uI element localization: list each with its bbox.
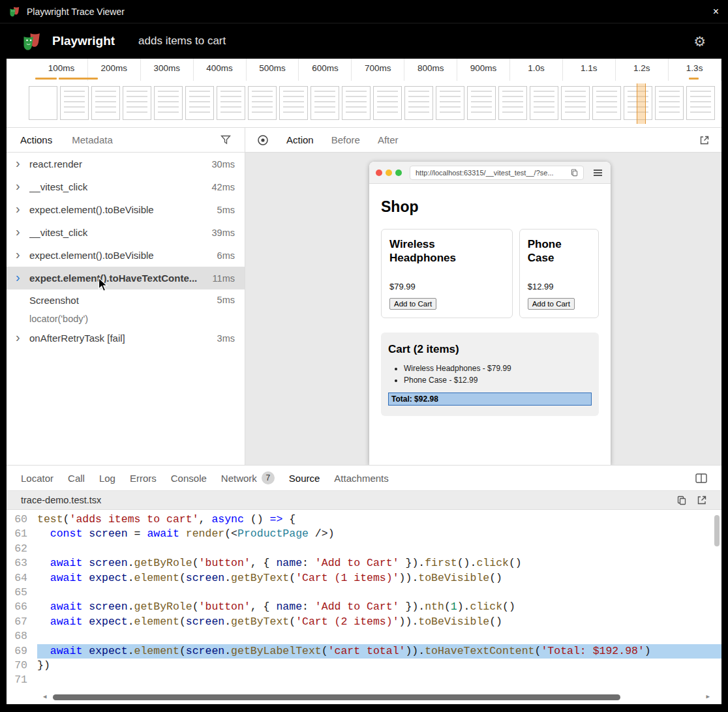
action-duration: 6ms (217, 250, 235, 261)
tab-locator[interactable]: Locator (21, 466, 61, 490)
scrollbar-track[interactable] (50, 694, 702, 700)
filter-icon[interactable] (220, 135, 231, 145)
action-item-expect-tobevisible[interactable]: › expect.element().toBeVisible 5ms (7, 198, 245, 221)
copy-icon[interactable] (677, 496, 686, 505)
trace-viewer-window: Playwright Trace Viewer × Playwright add… (0, 0, 728, 712)
code-text (37, 673, 721, 687)
chevron-right-icon[interactable]: › (16, 179, 29, 194)
chevron-right-icon[interactable]: › (16, 331, 29, 346)
product-cards: Wireless Headphones $79.99 Add to Cart P… (381, 229, 599, 318)
add-to-cart-button[interactable]: Add to Cart (389, 298, 436, 310)
timeline-thumbnail[interactable] (123, 86, 151, 120)
tab-after[interactable]: After (378, 134, 399, 145)
snapshot-browser-window: http://localhost:63315/__vitest_test__/?… (369, 162, 611, 465)
snapshot-page: Shop Wireless Headphones $79.99 Add to C… (369, 184, 611, 465)
url-text: http://localhost:63315/__vitest_test__/?… (416, 169, 567, 177)
toggle-split-view-icon[interactable] (695, 473, 707, 483)
actions-panel-tabbar: Actions Metadata (7, 128, 245, 153)
tab-console[interactable]: Console (164, 466, 214, 490)
scrollbar-thumb[interactable] (53, 694, 620, 700)
code-line: 68 (7, 629, 721, 644)
tab-metadata[interactable]: Metadata (72, 134, 113, 145)
scroll-right-icon[interactable]: ▶ (706, 694, 710, 700)
code-line: 61 const screen = await render(<ProductP… (7, 527, 721, 541)
timeline-thumbnail[interactable] (686, 86, 715, 120)
window-titlebar: Playwright Trace Viewer × (0, 0, 728, 23)
action-label: __vitest_click (29, 181, 207, 192)
timeline-thumbnail[interactable] (592, 86, 621, 120)
tab-actions[interactable]: Actions (20, 134, 52, 145)
timeline-thumbnail[interactable] (342, 86, 371, 120)
timeline-thumbnail[interactable] (311, 86, 339, 120)
app-name: Playwright (52, 34, 115, 48)
line-number: 65 (7, 586, 37, 600)
scroll-left-icon[interactable]: ◀ (43, 694, 46, 700)
tab-network[interactable]: Network 7 (214, 466, 282, 490)
chevron-right-icon[interactable]: › (16, 225, 29, 240)
vertical-scrollbar[interactable] (714, 515, 720, 546)
action-item-expect-tohavetextcontent-selected[interactable]: › expect.element().toHaveTextConte... 11… (7, 267, 245, 289)
action-item-vitest-click[interactable]: › __vitest_click 39ms (7, 221, 245, 244)
timeline-thumbnail[interactable] (185, 86, 214, 120)
code-text: await screen.getByRole('button', { name:… (37, 600, 721, 614)
action-item-expect-tobevisible[interactable]: › expect.element().toBeVisible 6ms (7, 244, 245, 267)
timeline-thumbnail[interactable] (561, 86, 590, 120)
action-item-vitest-click[interactable]: › __vitest_click 42ms (7, 175, 245, 198)
timeline-thumbnail[interactable] (373, 86, 402, 120)
tab-label: Source (289, 473, 320, 484)
code-line: 63 await screen.getByRole('button', { na… (7, 556, 721, 571)
tab-call[interactable]: Call (61, 466, 92, 490)
timeline-thumbnail[interactable] (436, 86, 464, 120)
horizontal-scrollbar[interactable]: ◀ ▶ (43, 693, 710, 701)
snapshot-panel: Action Before After http:// (245, 128, 721, 465)
timeline-thumbnail[interactable] (91, 86, 120, 120)
tab-errors[interactable]: Errors (123, 466, 164, 490)
window-close-button[interactable]: × (713, 6, 719, 18)
line-number: 66 (7, 600, 37, 614)
chevron-right-icon[interactable]: › (16, 202, 29, 217)
traffic-light-yellow-icon (386, 170, 392, 176)
timeline-thumbnail[interactable] (60, 86, 89, 120)
line-number: 64 (7, 571, 37, 586)
playwright-logo-icon (9, 6, 20, 17)
timeline-thumbnail[interactable] (279, 86, 308, 120)
main-content: 100ms200ms300ms400ms500ms600ms700ms800ms… (7, 59, 721, 704)
main-split: Actions Metadata › react.render 30ms › _… (7, 128, 721, 466)
cart-item: Wireless Headphones - $79.99 (404, 364, 592, 373)
action-item-react-render[interactable]: › react.render 30ms (7, 153, 245, 175)
timeline-thumbnail[interactable] (655, 86, 684, 120)
timeline-thumbnail[interactable] (467, 86, 496, 120)
timeline-thumbnail[interactable] (154, 86, 183, 120)
timeline-thumbnail[interactable] (29, 86, 57, 120)
app-header: Playwright adds items to cart ⚙ (0, 23, 728, 59)
tab-action[interactable]: Action (286, 134, 314, 145)
tab-attachments[interactable]: Attachments (327, 466, 395, 490)
timeline-thumbnail[interactable] (530, 86, 558, 120)
timeline-thumbnail[interactable] (217, 86, 245, 120)
pick-locator-icon[interactable] (257, 134, 269, 146)
chevron-right-icon[interactable]: › (16, 248, 29, 263)
tab-before[interactable]: Before (331, 134, 360, 145)
timeline-activity-bar (35, 78, 57, 80)
action-item-onafterretrytask[interactable]: › onAfterRetryTask [fail] 3ms (7, 327, 245, 349)
settings-gear-icon[interactable]: ⚙ (693, 35, 706, 48)
action-item-screenshot[interactable]: Screenshot 5ms (7, 289, 245, 310)
product-name: Phone Case (528, 237, 567, 265)
timeline-ruler[interactable]: 100ms200ms300ms400ms500ms600ms700ms800ms… (7, 59, 721, 128)
open-external-icon[interactable] (697, 495, 707, 505)
timeline-thumbnail[interactable] (248, 86, 277, 120)
action-duration: 11ms (213, 273, 235, 284)
timeline-thumbnail[interactable] (404, 86, 433, 120)
add-to-cart-button[interactable]: Add to Cart (528, 298, 575, 310)
timeline-label: 600ms (299, 59, 352, 81)
chevron-right-icon[interactable]: › (16, 156, 29, 171)
timeline-thumbnail[interactable] (498, 86, 527, 120)
snapshot-area: http://localhost:63315/__vitest_test__/?… (245, 153, 721, 465)
chevron-right-icon[interactable]: › (16, 271, 29, 286)
product-name: Wireless Headphones (389, 237, 471, 265)
timeline-label: 800ms (404, 59, 457, 81)
tab-source[interactable]: Source (282, 466, 327, 490)
open-snapshot-external-icon[interactable] (699, 135, 710, 145)
tab-log[interactable]: Log (92, 466, 123, 490)
tab-label: Call (68, 473, 85, 484)
